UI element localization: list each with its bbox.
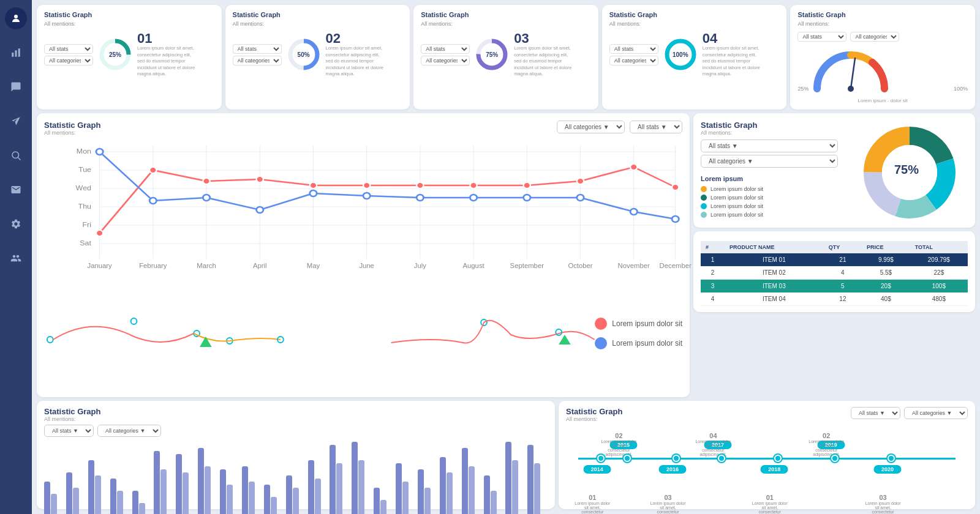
svg-text:March: March [197,263,216,269]
chart-legend-area: Lorem ipsum dolor sit Lorem ipsum dolor … [44,274,682,390]
stat-card-3-number: 03 [514,32,575,45]
svg-point-4 [12,152,19,158]
stat-card-1-select2[interactable]: All categories [44,56,93,65]
stat-card-1: Statistic Graph All mentions: All stats … [37,5,222,110]
right-panel: Statistic Graph All mentions: All stats … [693,113,975,397]
sidebar-icon-plane[interactable] [5,110,27,132]
svg-point-64 [149,198,156,204]
sidebar-icon-people[interactable] [5,247,27,269]
bottom-right-select2[interactable]: All categories ▼ [904,407,968,419]
table-row: 2 ITEM 02 4 5.5$ 22$ [701,266,968,280]
sidebar-icon-email[interactable] [5,179,27,201]
right-panel-select2[interactable]: All categories ▼ [701,155,838,168]
gauge-min: 25% [797,86,809,92]
main-chart-select-categories[interactable]: All categories ▼ [557,121,625,133]
stat-card-2-sub: All mentions: [233,21,403,27]
svg-marker-83 [559,335,571,345]
main-chart-sub: All mentions: [44,130,100,136]
stat-card-1-percent: 25% [109,51,121,58]
stat-card-2-select2[interactable]: All categories [233,56,282,65]
timeline-label-01: 01Lorem ipsum dolor sit amet, consectetu… [574,494,611,514]
bottom-left-select2[interactable]: All categories ▼ [97,425,161,437]
stat-card-3-select2[interactable]: All categories [421,56,470,65]
bottom-left-select1[interactable]: All stats ▼ [44,425,94,437]
row-name: ITEM 02 [725,266,824,280]
svg-point-54 [257,176,263,182]
right-panel-legend-title: Lorem ipsum [701,175,838,182]
row-price: 5.5$ [862,266,910,280]
stat-card-5-select2[interactable]: All categories [850,32,899,42]
timeline-dot-2015 [624,455,631,462]
svg-point-63 [96,149,103,155]
bar-chart [44,437,548,514]
stat-card-3-sub: All mentions: [421,21,591,27]
svg-text:Fri: Fri [82,221,91,228]
sidebar-icon-chart[interactable] [5,42,27,64]
main-chart-select-stats[interactable]: All stats ▼ [630,121,682,133]
stat-card-4-title: Statistic Graph [609,11,780,18]
sidebar-icon-search[interactable] [5,144,27,166]
stat-card-3-select1[interactable]: All stats [421,44,470,54]
stat-card-4-lorem: Lorem ipsum dolor sit amet, consectetur … [703,45,764,78]
svg-text:April: April [253,263,267,269]
sidebar-icon-user[interactable] [5,7,27,29]
svg-point-74 [672,216,679,222]
stat-card-5-sub: All mentions: [797,21,968,27]
product-table: # PRODUCT NAME QTY PRICE TOTAL 1 ITEM 01… [701,241,968,306]
stat-card-2-lorem: Lorem ipsum dolor sit amet, consectetur … [326,45,387,78]
svg-text:November: November [618,263,650,269]
gauge-label: Lorem ipsum - dolor sit [858,98,907,103]
timeline-dot-2019 [831,455,839,462]
bottom-right-title: Statistic Graph [566,407,622,416]
bottom-left-title: Statistic Graph [44,407,548,416]
timeline-badge-2018: 2018 [761,465,788,474]
right-panel-sub: All mentions: [701,130,838,136]
svg-point-52 [149,167,156,173]
row-total: 100$ [910,280,968,293]
legend-2-label: Lorem ipsum dolor sit [612,339,682,348]
bottom-right-sub: All mentions: [566,416,622,422]
stat-card-3-lorem: Lorem ipsum dolor sit amet, consectetur … [514,45,575,78]
row-qty: 21 [824,253,862,266]
svg-point-70 [470,195,477,201]
gauge-chart [811,49,891,92]
bottom-right-select1[interactable]: All stats ▼ [851,407,900,419]
svg-text:October: October [568,263,593,269]
svg-line-13 [851,58,855,89]
row-num: 4 [701,292,725,306]
timeline-label-03-1: 03Lorem ipsum dolor sit amet, consectetu… [650,494,687,514]
stat-card-5-select1[interactable]: All stats [797,32,846,42]
row-price: 20$ [862,280,910,293]
row-num: 2 [701,266,725,280]
stat-card-5-title: Statistic Graph [797,11,968,18]
bottom-left-sub: All mentions: [44,416,548,422]
sidebar [0,0,32,514]
timeline-dot-2017 [718,455,725,462]
stat-card-2-title: Statistic Graph [233,11,403,18]
stat-card-3-donut: 75% [475,37,509,72]
stat-card-2-select1[interactable]: All stats [233,44,282,54]
top-cards-row: Statistic Graph All mentions: All stats … [32,0,980,113]
svg-text:Mon: Mon [77,147,91,155]
timeline-badge-2020: 2020 [874,465,902,474]
svg-point-51 [96,230,103,236]
svg-point-14 [848,86,854,92]
timeline-label-01-2: 01Lorem ipsum dolor sit amet, consectetu… [752,494,788,514]
stat-card-4-percent: 100% [673,51,688,58]
right-panel-donut: 75% [845,121,968,220]
right-panel-select1[interactable]: All stats ▼ [701,140,838,152]
stat-card-2-donut: 50% [287,37,321,72]
sidebar-icon-chat[interactable] [5,76,27,98]
svg-point-68 [363,193,370,199]
stat-card-4-select2[interactable]: All categories [609,56,658,65]
sidebar-icon-gear[interactable] [5,213,27,235]
main-chart-panel: Statistic Graph All mentions: All catego… [37,113,690,397]
stat-card-4-select1[interactable]: All stats [609,44,658,54]
svg-point-71 [524,195,530,201]
stat-card-1-select1[interactable]: All stats [44,44,93,54]
row-total: 480$ [910,292,968,306]
svg-text:January: January [87,263,112,269]
stat-card-1-sub: All mentions: [44,21,214,27]
svg-point-55 [310,182,317,188]
legend-item-1: Lorem ipsum dolor sit [701,186,838,192]
